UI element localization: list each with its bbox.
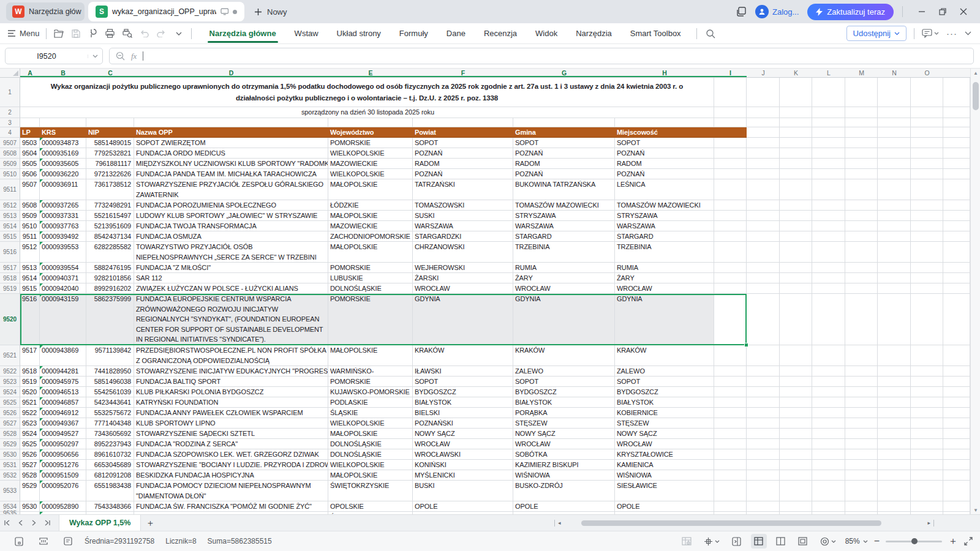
cell-lp-9531[interactable]: 9527 xyxy=(20,460,40,470)
record-macro-icon[interactable] xyxy=(817,534,839,549)
empty-cell[interactable] xyxy=(812,439,845,449)
cell-nip-9522[interactable]: 7441828950 xyxy=(86,366,134,377)
update-now-button[interactable]: Zaktualizuj teraz xyxy=(807,4,894,20)
empty-cell[interactable] xyxy=(812,200,845,211)
empty-cell[interactable] xyxy=(878,273,911,283)
empty-cell[interactable] xyxy=(878,377,911,387)
cell-lp-9516[interactable]: 9512 xyxy=(20,242,40,263)
cell-m-9526[interactable]: KOBIERNICE xyxy=(615,408,714,418)
cell-p-9525[interactable]: BIAŁYSTOK xyxy=(413,397,513,408)
empty-cell[interactable] xyxy=(714,118,747,127)
cell-lp-9512[interactable]: 9508 xyxy=(20,200,40,211)
row-9513[interactable]: 950900009373315521615497LUDOWY KLUB SPOR… xyxy=(20,211,747,221)
cell-nip-9530[interactable]: 8961610732 xyxy=(86,449,134,460)
cell-nip-9511[interactable]: 7361738512 xyxy=(86,179,134,200)
empty-cell[interactable] xyxy=(943,200,970,211)
empty-cell[interactable] xyxy=(845,159,878,169)
row-number-9515[interactable]: 9515 xyxy=(0,231,20,242)
cell-krs-9519[interactable]: 0000942040 xyxy=(40,283,86,294)
view-normal-button[interactable] xyxy=(751,534,767,549)
cell-lp-9522[interactable]: 9518 xyxy=(20,366,40,377)
close-button[interactable] xyxy=(953,2,974,21)
empty-cell[interactable] xyxy=(747,127,780,138)
empty-cell[interactable] xyxy=(747,418,780,429)
empty-cell[interactable] xyxy=(812,408,845,418)
cell-nip-9508[interactable]: 7792532821 xyxy=(86,148,134,159)
cell-w-9519[interactable]: DOLNOŚLĄSKIE xyxy=(328,283,413,294)
empty-cell[interactable] xyxy=(780,148,812,159)
empty-cell[interactable] xyxy=(747,242,780,263)
cell-lp-9519[interactable]: 9515 xyxy=(20,283,40,294)
empty-cell[interactable] xyxy=(845,263,878,273)
cell-m-9508[interactable]: POZNAŃ xyxy=(615,148,714,159)
cell-krs-9510[interactable]: 0000936220 xyxy=(40,169,86,179)
first-sheet-icon[interactable] xyxy=(0,515,13,531)
row-9512[interactable]: 950800009372657732498291FUNDACJA POROZUM… xyxy=(20,200,747,211)
empty-cell[interactable] xyxy=(911,345,943,366)
empty-cell[interactable] xyxy=(911,481,943,501)
cell-w-9508[interactable]: WIELKOPOLSKIE xyxy=(328,148,413,159)
row-number-9531[interactable]: 9531 xyxy=(0,460,20,470)
cell-lp-9508[interactable]: 9504 xyxy=(20,148,40,159)
empty-cell[interactable] xyxy=(134,118,328,127)
cell-krs-9517[interactable]: 0000939554 xyxy=(40,263,86,273)
empty-cell[interactable] xyxy=(780,345,812,366)
cell-krs-9527[interactable]: 0000949367 xyxy=(40,418,86,429)
empty-cell[interactable] xyxy=(911,397,943,408)
empty-cell[interactable] xyxy=(911,439,943,449)
row-number-9525[interactable]: 9525 xyxy=(0,397,20,408)
cell-p-9522[interactable]: IŁAWSKI xyxy=(413,366,513,377)
empty-cell[interactable] xyxy=(780,439,812,449)
cell-n-9524[interactable]: KLUB PIŁKARSKI POLONIA BYDGOSZCZ xyxy=(134,387,328,397)
empty-cell[interactable] xyxy=(747,273,780,283)
row-9518[interactable]: 951400009403719282101856SAR 112LUBUSKIEŻ… xyxy=(20,273,747,283)
cell-n-9520[interactable]: FUNDACJA EUROPEJSKIE CENTRUM WSPARCIA ZR… xyxy=(134,294,328,345)
zoom-out-button[interactable]: − xyxy=(874,536,880,547)
row-9527[interactable]: 952300009493677771404348KLUB SPORTOWY LI… xyxy=(20,418,747,429)
empty-cell[interactable] xyxy=(943,138,970,148)
fullscreen-icon[interactable] xyxy=(964,537,973,545)
cell-w-9518[interactable]: LUBUSKIE xyxy=(328,273,413,283)
row-number-9528[interactable]: 9528 xyxy=(0,429,20,439)
cell-nip-9518[interactable]: 9282101856 xyxy=(86,273,134,283)
row-number-9508[interactable]: 9508 xyxy=(0,148,20,159)
cell-n-9525[interactable]: KATRYŃSKI FOUNDATION xyxy=(134,397,328,408)
empty-cell[interactable] xyxy=(747,78,780,107)
empty-cell[interactable] xyxy=(943,397,970,408)
empty-cell[interactable] xyxy=(943,179,970,200)
empty-cell[interactable] xyxy=(747,439,780,449)
cell-n-9527[interactable]: KLUB SPORTOWY LIPNO xyxy=(134,418,328,429)
cell-m-9527[interactable]: STĘSZEW xyxy=(615,418,714,429)
empty-cell[interactable] xyxy=(911,408,943,418)
empty-cell[interactable] xyxy=(878,169,911,179)
cell-n-9516[interactable]: TOWARZYSTWO PRZYJACIÓŁ OSÓB NIEPEŁNOSPRA… xyxy=(134,242,328,263)
empty-cell[interactable] xyxy=(714,481,747,501)
empty-cell[interactable] xyxy=(911,78,943,107)
cell-n-9511[interactable]: STOWARZYSZENIE PRZYJACIÓŁ ZESPOŁU GÓRALS… xyxy=(134,179,328,200)
cell-m-9511[interactable]: LEŚNICA xyxy=(615,179,714,200)
empty-cell[interactable] xyxy=(812,179,845,200)
tab-wstaw[interactable]: Wstaw xyxy=(285,23,328,43)
empty-cell[interactable] xyxy=(780,138,812,148)
cell-nip-9519[interactable]: 8992916202 xyxy=(86,283,134,294)
row-number-9527[interactable]: 9527 xyxy=(0,418,20,429)
cell-n-9533[interactable]: FUNDACJA POMOCY DZIECIOM NIEPEŁNOSPRAWNY… xyxy=(134,481,328,501)
empty-cell[interactable] xyxy=(780,200,812,211)
empty-cell[interactable] xyxy=(911,200,943,211)
empty-cell[interactable] xyxy=(943,408,970,418)
tab-narzedzia-glowne[interactable]: Narzędzia główne xyxy=(200,23,285,43)
empty-cell[interactable] xyxy=(878,429,911,439)
cell-nip-9521[interactable]: 9571139842 xyxy=(86,345,134,366)
empty-cell[interactable] xyxy=(714,200,747,211)
table-header-lp[interactable]: LP xyxy=(20,127,40,138)
cell-g-9515[interactable]: STARGARD xyxy=(513,231,615,242)
row-number-9526[interactable]: 9526 xyxy=(0,408,20,418)
row-9516[interactable]: 951200009395536282285582TOWARZYSTWO PRZY… xyxy=(20,242,747,263)
cell-n-9526[interactable]: FUNDACJA ANNY PAWEŁEK CZŁOWIEK WSPARCIEM xyxy=(134,408,328,418)
cell-w-9515[interactable]: ZACHODNIOPOMORSKIE xyxy=(328,231,413,242)
empty-cell[interactable] xyxy=(943,481,970,501)
cell-m-9525[interactable]: BIAŁYSTOK xyxy=(615,397,714,408)
empty-cell[interactable] xyxy=(878,231,911,242)
side-panel-icon[interactable] xyxy=(729,534,745,549)
cell-nip-9514[interactable]: 5213951609 xyxy=(86,221,134,231)
